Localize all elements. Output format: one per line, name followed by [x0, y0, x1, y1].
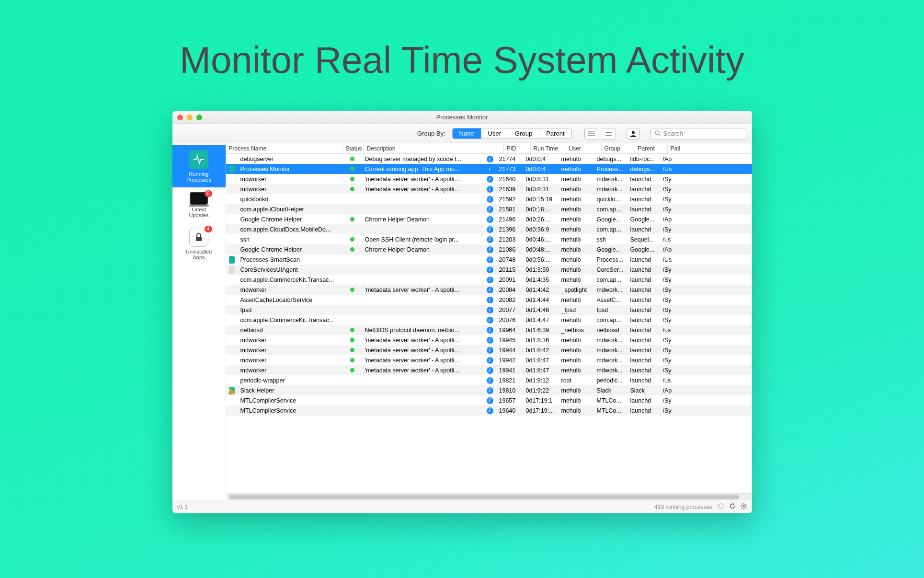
info-icon[interactable]: i: [487, 266, 493, 273]
main-panel: Process Name Status Description PID Run …: [226, 143, 752, 500]
info-icon[interactable]: i: [487, 367, 493, 374]
info-icon[interactable]: i: [487, 206, 493, 213]
cell-pid: 19821: [496, 377, 523, 384]
list-view-expanded-button[interactable]: [602, 128, 616, 139]
table-row[interactable]: com.apple.CloudDocs.MobileDo...i213960d0…: [226, 224, 752, 234]
horizontal-scrollbar[interactable]: [226, 493, 752, 500]
sidebar-item-running-processes[interactable]: RunningProcesses: [172, 145, 226, 187]
table-row[interactable]: com.apple.iCloudHelperi215810d0:16:...me…: [226, 204, 752, 214]
cell-status: [343, 337, 362, 344]
search-input[interactable]: [663, 130, 744, 137]
table-row[interactable]: MTLCompilerServicei196400d17:19:...mehul…: [226, 405, 752, 416]
group-by-none[interactable]: None: [453, 128, 481, 139]
cell-description: i: [362, 256, 496, 263]
info-icon[interactable]: i: [487, 337, 493, 344]
table-row[interactable]: Processes-SmartScani207480d0:56:...mehul…: [226, 254, 752, 265]
info-icon[interactable]: i: [487, 277, 493, 283]
info-icon[interactable]: i: [487, 307, 493, 313]
cell-runtime: 0d1:9:22: [523, 387, 559, 394]
info-icon[interactable]: i: [487, 327, 493, 334]
info-icon[interactable]: i: [487, 216, 493, 223]
table-body[interactable]: debugserverDebug server managed by xcode…: [226, 154, 752, 493]
info-icon[interactable]: i: [487, 387, 493, 394]
cell-path: /Ap: [660, 246, 677, 253]
cell-pid: 20084: [496, 287, 523, 293]
search-field[interactable]: [650, 128, 746, 139]
cell-name: Google Chrome Helper: [238, 216, 343, 223]
table-row[interactable]: Google Chrome HelperChrome Helper Deamon…: [226, 214, 752, 224]
info-icon[interactable]: i: [487, 166, 493, 173]
cell-user: mehulb: [559, 196, 594, 203]
info-icon[interactable]: i: [487, 397, 493, 404]
info-icon[interactable]: i: [487, 357, 493, 364]
info-icon[interactable]: i: [487, 226, 493, 233]
cell-group: mdwork...: [594, 337, 627, 344]
table-row[interactable]: mdworker'metadata server worker' - A spo…: [226, 184, 752, 194]
table-row[interactable]: mdworker'metadata server worker' - A spo…: [226, 174, 752, 184]
group-by-parent[interactable]: Parent: [539, 128, 571, 139]
col-run-time[interactable]: Run Time: [531, 143, 566, 153]
info-icon[interactable]: i: [487, 347, 493, 354]
table-row[interactable]: quicklookdi215920d0:15:19mehulbquicklo..…: [226, 194, 752, 204]
table-row[interactable]: CoreServicesUIAgenti201150d1:3:59mehulbC…: [226, 265, 752, 275]
col-group[interactable]: Group: [602, 143, 635, 153]
cell-group: mdwork...: [594, 287, 627, 293]
info-icon[interactable]: i: [487, 407, 493, 414]
col-status[interactable]: Status: [343, 143, 364, 153]
group-by-user[interactable]: User: [481, 128, 508, 139]
table-row[interactable]: Google Chrome HelperChrome Helper Deamon…: [226, 244, 752, 254]
table-row[interactable]: netbiosdNetBIOS protocol daemon. netbio.…: [226, 325, 752, 335]
info-icon[interactable]: i: [487, 156, 493, 162]
table-row[interactable]: mdworker'metadata server worker' - A spo…: [226, 345, 752, 355]
info-icon[interactable]: i: [487, 246, 493, 253]
info-icon[interactable]: i: [487, 377, 493, 384]
info-icon[interactable]: i: [487, 236, 493, 243]
group-by-group[interactable]: Group: [508, 128, 539, 139]
sidebar-item-latest-updates[interactable]: LatestUpdates6: [172, 187, 226, 223]
cell-status: [343, 176, 362, 183]
sidebar-item-uninstalled-apps[interactable]: UninstalledApps4: [172, 223, 226, 265]
cell-group: mdwork...: [594, 357, 627, 364]
table-row[interactable]: periodic-wrapperi198210d1:9:12rootperiod…: [226, 375, 752, 385]
table-row[interactable]: mdworker'metadata server worker' - A spo…: [226, 365, 752, 375]
table-row[interactable]: Processes MonitorCurrent running app. Th…: [226, 164, 752, 174]
col-pid[interactable]: PID: [504, 143, 531, 153]
list-view-compact-button[interactable]: [584, 128, 598, 139]
table-row[interactable]: mdworker'metadata server worker' - A spo…: [226, 335, 752, 345]
user-filter-button[interactable]: [627, 128, 640, 139]
refresh-button[interactable]: [729, 503, 736, 511]
table-row[interactable]: com.apple.CommerceKit.Transac...i200910d…: [226, 275, 752, 285]
info-icon[interactable]: i: [487, 287, 493, 293]
cell-path: /Sy: [660, 186, 677, 193]
info-icon[interactable]: i: [487, 196, 493, 203]
info-icon[interactable]: i: [487, 176, 493, 183]
cell-path: /Us: [660, 256, 677, 263]
col-user[interactable]: User: [566, 143, 602, 153]
info-icon[interactable]: i: [487, 297, 493, 303]
svg-line-15: [741, 504, 742, 505]
cell-description: i: [362, 266, 496, 273]
table-row[interactable]: Slack Helperi198100d1:9:22mehulbSlackSla…: [226, 385, 752, 395]
table-row[interactable]: mdworker'metadata server worker' - A spo…: [226, 285, 752, 295]
info-icon[interactable]: i: [487, 317, 493, 324]
cell-group: com.ap...: [594, 317, 627, 324]
cell-path: /Ap: [660, 216, 677, 223]
table-row[interactable]: com.apple.CommerceKit.Transac...i200760d…: [226, 315, 752, 325]
table-row[interactable]: sshOpen SSH Client (remote login pr...i2…: [226, 234, 752, 244]
col-process-name[interactable]: Process Name: [226, 143, 343, 153]
info-icon[interactable]: i: [487, 186, 493, 193]
cell-group: mdwork...: [594, 347, 627, 354]
badge: 4: [205, 226, 212, 232]
table-row[interactable]: MTLCompilerServicei196570d17:19:1mehulbM…: [226, 395, 752, 405]
col-description[interactable]: Description: [364, 143, 504, 153]
table-row[interactable]: fpsdi200770d1:4:46_fpsdfpsdlaunchd/Sy: [226, 305, 752, 315]
table-row[interactable]: debugserverDebug server managed by xcode…: [226, 154, 752, 164]
cell-description: i: [362, 206, 496, 213]
col-parent[interactable]: Parent: [635, 143, 668, 153]
col-path[interactable]: Patl: [668, 143, 685, 153]
table-row[interactable]: mdworker'metadata server worker' - A spo…: [226, 355, 752, 365]
info-icon[interactable]: i: [487, 256, 493, 263]
settings-button[interactable]: [741, 503, 747, 511]
table-row[interactable]: AssetCacheLocatorServicei200820d1:4:44me…: [226, 295, 752, 305]
cell-path: /Sy: [660, 226, 677, 233]
